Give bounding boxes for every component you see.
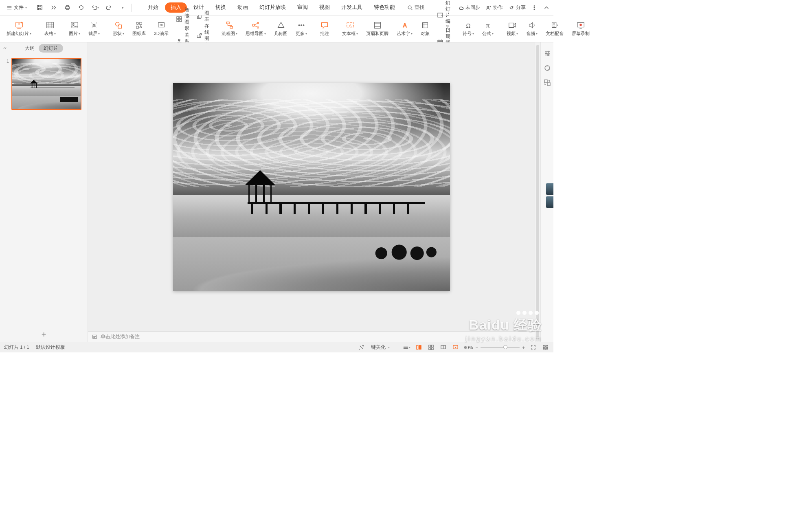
flowchart-button[interactable]: 流程图▾ — [218, 15, 241, 42]
svg-text:#: # — [441, 14, 443, 17]
online-chart-icon — [196, 32, 202, 39]
tab-view[interactable]: 视图 — [314, 2, 335, 13]
print-preview-icon[interactable] — [48, 2, 59, 13]
tab-features[interactable]: 特色功能 — [369, 2, 400, 13]
screenshot-button[interactable]: 截屏▾ — [85, 15, 103, 42]
replace-icon[interactable] — [544, 79, 551, 86]
canvas-area: 单击此处添加备注 — [88, 42, 535, 342]
wordart-button[interactable]: A 艺术字▾ — [393, 15, 416, 42]
svg-rect-55 — [417, 345, 418, 349]
collapse-ribbon-icon[interactable] — [543, 4, 550, 11]
zoom-out-icon[interactable]: − — [476, 345, 478, 350]
tab-start[interactable]: 开始 — [143, 2, 163, 13]
icon-lib-button[interactable]: 图标库 — [129, 15, 149, 42]
svg-point-2 — [408, 6, 411, 9]
vertical-scrollbar[interactable] — [535, 42, 540, 342]
mindmap-button[interactable]: 思维导图▾ — [242, 15, 269, 42]
svg-point-14 — [136, 22, 138, 25]
slide-number-button[interactable]: #幻灯片编号 — [435, 2, 453, 29]
sorter-view-icon[interactable] — [427, 343, 435, 352]
tab-animation[interactable]: 动画 — [233, 2, 253, 13]
screen-rec-button[interactable]: 屏幕录制 — [568, 15, 593, 42]
geometry-button[interactable]: 几何图 — [271, 15, 291, 42]
fit-window-icon[interactable] — [529, 343, 537, 352]
normal-view-icon[interactable] — [415, 343, 423, 352]
zoom-in-icon[interactable]: + — [522, 345, 525, 350]
svg-rect-15 — [139, 22, 142, 25]
collab-button[interactable]: 协作 — [486, 4, 503, 11]
3d-icon: 3D — [157, 21, 166, 30]
chart-button[interactable]: 图表 — [193, 10, 212, 22]
slide[interactable] — [173, 83, 450, 291]
beautify-button[interactable]: 一键美化▾ — [358, 343, 390, 352]
svg-point-32 — [301, 25, 302, 26]
new-slide-button[interactable]: 新建幻灯片▾ — [3, 15, 35, 42]
mindmap-icon — [251, 21, 260, 30]
outline-tab[interactable]: 大纲 — [25, 45, 35, 52]
panel-tabs: ‹‹ 大纲 幻灯片 — [0, 42, 88, 54]
shape-button[interactable]: 形状▾ — [110, 15, 127, 42]
settings-icon[interactable] — [544, 50, 551, 57]
redo-icon[interactable] — [103, 2, 114, 13]
svg-rect-26 — [226, 22, 229, 24]
save-icon[interactable] — [34, 2, 45, 13]
comment-button[interactable]: 批注 — [317, 15, 332, 42]
apps-icon[interactable] — [541, 343, 549, 352]
zoom-control[interactable]: 80% − + — [464, 345, 525, 350]
slide-thumbnail-1[interactable] — [11, 58, 81, 110]
slide-counter: 幻灯片 1 / 1 — [4, 344, 29, 350]
svg-point-71 — [546, 348, 547, 350]
svg-point-30 — [257, 27, 259, 29]
share-button[interactable]: 分享 — [509, 4, 526, 11]
undo-icon[interactable]: ▾ — [90, 2, 100, 13]
tab-transition[interactable]: 切换 — [211, 2, 231, 13]
notes-input[interactable]: 单击此处添加备注 — [88, 331, 535, 342]
equation-button[interactable]: π 公式▾ — [479, 15, 497, 42]
view-menu-icon[interactable]: ▾ — [403, 343, 411, 352]
svg-point-63 — [543, 345, 544, 346]
smart-graphic-button[interactable]: 智能图形 — [173, 7, 192, 31]
header-footer-button[interactable]: 页眉和页脚 — [363, 15, 392, 42]
comment-icon — [320, 21, 329, 30]
symbol-button[interactable]: Ω 符号▾ — [459, 15, 477, 42]
svg-point-69 — [543, 348, 544, 350]
textbox-button[interactable]: A 文本框▾ — [339, 15, 361, 42]
audio-button[interactable]: 音频▾ — [523, 15, 541, 42]
tab-slideshow[interactable]: 幻灯片放映 — [255, 2, 291, 13]
qat-more-icon[interactable]: ▾ — [117, 2, 128, 13]
slideshow-icon[interactable] — [452, 343, 460, 352]
tab-devtools[interactable]: 开发工具 — [336, 2, 367, 13]
print-icon[interactable] — [62, 2, 72, 13]
zoom-slider[interactable] — [481, 347, 520, 348]
add-slide-button[interactable]: + — [0, 327, 88, 342]
picture-button[interactable]: 图片▾ — [66, 15, 83, 42]
sync-button[interactable]: 未同步 — [458, 4, 480, 11]
design-icon[interactable] — [544, 64, 551, 72]
svg-point-67 — [545, 347, 546, 348]
svg-text:Ω: Ω — [466, 22, 471, 29]
svg-rect-58 — [431, 345, 433, 347]
chart-icon — [196, 13, 202, 20]
svg-rect-27 — [230, 26, 232, 29]
3d-demo-button[interactable]: 3D 3D演示 — [151, 15, 172, 42]
svg-point-66 — [543, 347, 544, 348]
search-input[interactable]: 查找 — [407, 4, 424, 11]
narration-button[interactable]: 文档配音 — [542, 15, 567, 42]
more-button[interactable]: 更多▾ — [292, 15, 310, 42]
svg-point-25 — [200, 33, 202, 35]
panel-collapse-icon[interactable]: ‹‹ — [3, 45, 7, 51]
slides-tab[interactable]: 幻灯片 — [39, 44, 63, 53]
tab-review[interactable]: 审阅 — [292, 2, 313, 13]
video-button[interactable]: 视频▾ — [503, 15, 521, 42]
svg-rect-59 — [429, 348, 431, 350]
svg-rect-21 — [180, 20, 182, 22]
textbox-icon: A — [346, 21, 355, 30]
more-menu-icon[interactable] — [531, 5, 537, 11]
file-menu[interactable]: 文件 ▾ — [3, 2, 30, 13]
reading-view-icon[interactable] — [439, 343, 448, 352]
side-handles[interactable] — [546, 183, 553, 208]
table-button[interactable]: 表格▾ — [41, 15, 59, 42]
refresh-icon[interactable] — [76, 2, 86, 13]
status-bar: 幻灯片 1 / 1 默认设计模板 一键美化▾ ▾ 80% − + — [0, 342, 553, 352]
object-button[interactable]: 对象 — [417, 15, 433, 42]
